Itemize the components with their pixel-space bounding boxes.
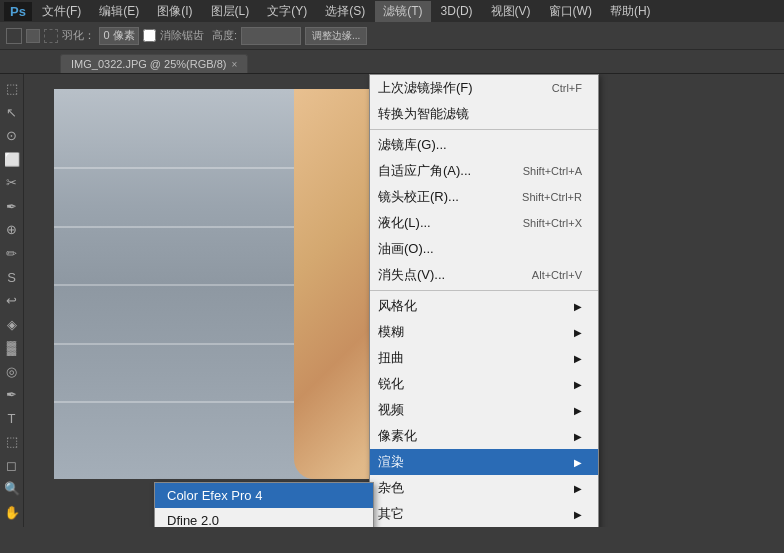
tool-lasso[interactable]: ⊙ bbox=[1, 125, 23, 147]
menu-video[interactable]: 视频 ▶ bbox=[370, 397, 598, 423]
menu-pixelate[interactable]: 像素化 ▶ bbox=[370, 423, 598, 449]
left-toolbar: ⬚ ↖ ⊙ ⬜ ✂ ✒ ⊕ ✏ S ↩ ◈ ▓ ◎ ✒ T ⬚ ◻ 🔍 ✋ bbox=[0, 74, 24, 527]
tool-stamp[interactable]: S bbox=[1, 266, 23, 288]
menu-image[interactable]: 图像(I) bbox=[149, 1, 200, 22]
menu-blur[interactable]: 模糊 ▶ bbox=[370, 319, 598, 345]
stair-line-5 bbox=[54, 401, 318, 403]
canvas-area: 上次滤镜操作(F) Ctrl+F 转换为智能滤镜 滤镜库(G)... 自适应广角… bbox=[24, 74, 784, 527]
menu-text[interactable]: 文字(Y) bbox=[259, 1, 315, 22]
separator-1 bbox=[370, 129, 598, 130]
tool-pen[interactable]: ✒ bbox=[1, 384, 23, 406]
menu-edit[interactable]: 编辑(E) bbox=[91, 1, 147, 22]
adjust-edge-button[interactable]: 调整边缘... bbox=[305, 27, 367, 45]
menu-filter[interactable]: 滤镜(T) bbox=[375, 1, 430, 22]
menu-distort[interactable]: 扭曲 ▶ bbox=[370, 345, 598, 371]
tab-title: IMG_0322.JPG @ 25%(RGB/8) bbox=[71, 58, 226, 70]
tool-path-selection[interactable]: ⬚ bbox=[1, 431, 23, 453]
stair-line-1 bbox=[54, 167, 318, 169]
menu-render[interactable]: 渲染 ▶ bbox=[370, 449, 598, 475]
menu-select[interactable]: 选择(S) bbox=[317, 1, 373, 22]
tool-eyedropper[interactable]: ✒ bbox=[1, 196, 23, 218]
separator-2 bbox=[370, 290, 598, 291]
tool-healing[interactable]: ⊕ bbox=[1, 219, 23, 241]
menu-window[interactable]: 窗口(W) bbox=[541, 1, 600, 22]
stair-line-4 bbox=[54, 343, 318, 345]
selection-mode3-icon[interactable] bbox=[44, 29, 58, 43]
height-label: 高度: bbox=[212, 28, 237, 43]
tool-history[interactable]: ↩ bbox=[1, 290, 23, 312]
anti-alias-checkbox[interactable] bbox=[143, 29, 156, 42]
menu-3d[interactable]: 3D(D) bbox=[433, 2, 481, 20]
tool-gradient[interactable]: ▓ bbox=[1, 337, 23, 359]
document-tab[interactable]: IMG_0322.JPG @ 25%(RGB/8) × bbox=[60, 54, 248, 73]
nik-dfine[interactable]: Dfine 2.0 bbox=[155, 508, 373, 527]
stair-line-2 bbox=[54, 226, 318, 228]
tool-shape[interactable]: ◻ bbox=[1, 455, 23, 477]
tool-brush[interactable]: ✏ bbox=[1, 243, 23, 265]
nik-color-efex[interactable]: Color Efex Pro 4 bbox=[155, 483, 373, 508]
menu-bar: Ps 文件(F) 编辑(E) 图像(I) 图层(L) 文字(Y) 选择(S) 滤… bbox=[0, 0, 784, 22]
nik-submenu: Color Efex Pro 4 Dfine 2.0 HDR Efex Pro … bbox=[154, 482, 374, 527]
tool-zoom[interactable]: 🔍 bbox=[1, 478, 23, 500]
tool-hand[interactable]: ✋ bbox=[1, 502, 23, 524]
selection-mode2-icon[interactable] bbox=[26, 29, 40, 43]
stair-line-3 bbox=[54, 284, 318, 286]
menu-help[interactable]: 帮助(H) bbox=[602, 1, 659, 22]
menu-smart-filter[interactable]: 转换为智能滤镜 bbox=[370, 101, 598, 127]
main-area: ⬚ ↖ ⊙ ⬜ ✂ ✒ ⊕ ✏ S ↩ ◈ ▓ ◎ ✒ T ⬚ ◻ 🔍 ✋ bbox=[0, 74, 784, 527]
menu-last-filter[interactable]: 上次滤镜操作(F) Ctrl+F bbox=[370, 75, 598, 101]
tool-dodge[interactable]: ◎ bbox=[1, 360, 23, 382]
menu-noise[interactable]: 杂色 ▶ bbox=[370, 475, 598, 501]
menu-adaptive-wide[interactable]: 自适应广角(A)... Shift+Ctrl+A bbox=[370, 158, 598, 184]
tab-close-button[interactable]: × bbox=[231, 59, 237, 70]
selection-mode-icon[interactable] bbox=[6, 28, 22, 44]
tool-move[interactable]: ↖ bbox=[1, 102, 23, 124]
menu-sharpen[interactable]: 锐化 ▶ bbox=[370, 371, 598, 397]
tool-text[interactable]: T bbox=[1, 407, 23, 429]
menu-liquify[interactable]: 液化(L)... Shift+Ctrl+X bbox=[370, 210, 598, 236]
options-bar: 羽化： 消除锯齿 高度: 调整边缘... bbox=[0, 22, 784, 50]
app-logo: Ps bbox=[4, 2, 32, 21]
filter-menu: 上次滤镜操作(F) Ctrl+F 转换为智能滤镜 滤镜库(G)... 自适应广角… bbox=[369, 74, 599, 527]
menu-other[interactable]: 其它 ▶ bbox=[370, 501, 598, 527]
menu-file[interactable]: 文件(F) bbox=[34, 1, 89, 22]
menu-lens-correction[interactable]: 镜头校正(R)... Shift+Ctrl+R bbox=[370, 184, 598, 210]
tool-eraser[interactable]: ◈ bbox=[1, 313, 23, 335]
menu-layer[interactable]: 图层(L) bbox=[203, 1, 258, 22]
menu-vanishing-point[interactable]: 消失点(V)... Alt+Ctrl+V bbox=[370, 262, 598, 288]
feather-label: 羽化： bbox=[62, 28, 95, 43]
height-input[interactable] bbox=[241, 27, 301, 45]
menu-view[interactable]: 视图(V) bbox=[483, 1, 539, 22]
tab-bar: IMG_0322.JPG @ 25%(RGB/8) × bbox=[0, 50, 784, 74]
menu-oil-paint[interactable]: 油画(O)... bbox=[370, 236, 598, 262]
tool-magic-wand[interactable]: ⬜ bbox=[1, 149, 23, 171]
tool-crop[interactable]: ✂ bbox=[1, 172, 23, 194]
menu-filter-gallery[interactable]: 滤镜库(G)... bbox=[370, 132, 598, 158]
feather-input[interactable] bbox=[99, 27, 139, 45]
menu-stylize[interactable]: 风格化 ▶ bbox=[370, 293, 598, 319]
tool-marquee[interactable]: ⬚ bbox=[1, 78, 23, 100]
anti-alias-label: 消除锯齿 bbox=[160, 28, 204, 43]
